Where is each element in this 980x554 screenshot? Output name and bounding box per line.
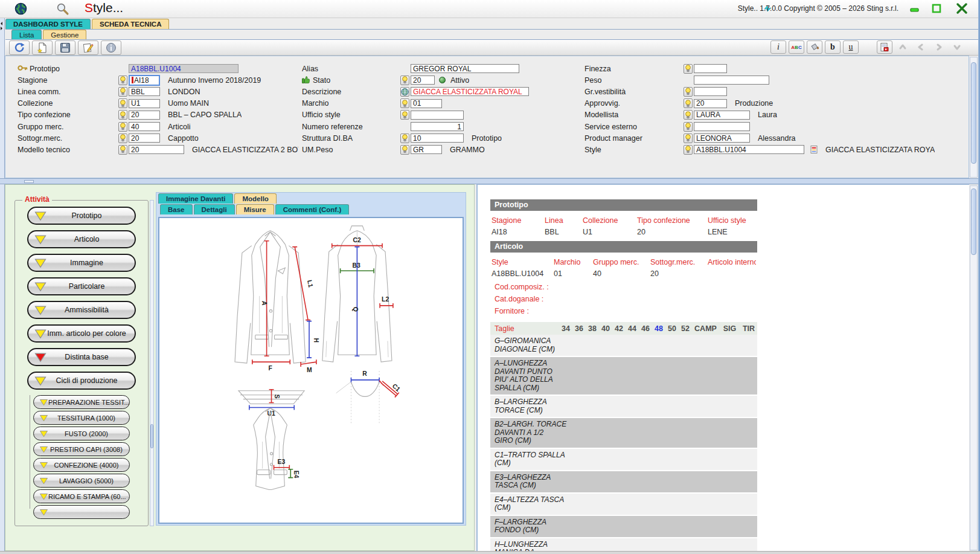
activity-sub-button-tessitura-1000[interactable]: TESSITURA (1000): [33, 411, 130, 425]
left-splitter[interactable]: [0, 18, 5, 551]
nav-next-button[interactable]: [931, 40, 947, 54]
fill-color-button[interactable]: [807, 40, 822, 54]
tab-modello[interactable]: Modello: [234, 193, 276, 204]
alias-field[interactable]: GREGOR ROYAL: [411, 64, 519, 73]
ufficio-style-field[interactable]: [411, 111, 464, 120]
activity-sub-button-item[interactable]: [33, 505, 130, 519]
lightbulb-lookup-icon[interactable]: [118, 76, 127, 85]
service-esterno-field[interactable]: [694, 122, 750, 131]
collezione-field[interactable]: U1: [129, 99, 160, 108]
lightbulb-lookup-icon[interactable]: [400, 134, 409, 143]
um-peso-field[interactable]: GR: [411, 145, 442, 154]
nav-down-button[interactable]: [949, 40, 965, 54]
nav-previous-button[interactable]: [913, 40, 929, 54]
size-column-44[interactable]: 44: [626, 324, 639, 333]
activity-sub-button-preparazione-tessit[interactable]: PREPARAZIONE TESSIT...: [33, 395, 130, 409]
size-column-42[interactable]: 42: [612, 324, 626, 333]
sottogr-merc-field[interactable]: 20: [129, 134, 160, 143]
lightbulb-lookup-icon[interactable]: [118, 98, 127, 108]
activity-button-cicli-di-produzione[interactable]: Cicli di produzione: [27, 372, 136, 390]
lightbulb-lookup-icon[interactable]: [118, 110, 127, 120]
marchio-field[interactable]: 01: [411, 99, 442, 108]
size-column-38[interactable]: 38: [586, 324, 599, 333]
italic-button[interactable]: i: [770, 40, 786, 54]
save-button[interactable]: [55, 40, 75, 55]
tab-dettagli[interactable]: Dettagli: [194, 204, 235, 214]
size-column-52[interactable]: 52: [679, 324, 692, 333]
size-column-tir[interactable]: TIR: [740, 324, 757, 333]
new-document-button[interactable]: [32, 40, 53, 55]
translate-globe-icon[interactable]: [400, 87, 409, 97]
lightbulb-lookup-icon[interactable]: [684, 87, 693, 97]
lightbulb-lookup-icon[interactable]: [684, 98, 693, 108]
stato-field[interactable]: 20: [411, 76, 435, 85]
tab-gestione[interactable]: Gestione: [43, 30, 86, 39]
search-icon[interactable]: [56, 2, 69, 18]
summary-scrollbar-thumb[interactable]: [971, 188, 976, 255]
tipo-confezione-field[interactable]: 20: [129, 111, 160, 120]
maximize-button[interactable]: [929, 2, 944, 16]
size-column-camp[interactable]: CAMP: [692, 324, 719, 333]
gruppo-merc-field[interactable]: 40: [129, 122, 160, 131]
activity-button-prototipo[interactable]: Prototipo: [27, 207, 136, 225]
tab-scheda-tecnica[interactable]: SCHEDA TECNICA: [92, 19, 169, 29]
activity-sub-button-prestiro-capi-3008[interactable]: PRESTIRO CAPI (3008): [33, 442, 130, 456]
size-column-46[interactable]: 46: [639, 324, 652, 333]
lightbulb-lookup-icon[interactable]: [400, 76, 409, 85]
modello-tecnico-field[interactable]: 20: [129, 145, 184, 154]
tab-commenti-conf[interactable]: Commenti (Conf.): [275, 204, 349, 214]
activity-button-articolo[interactable]: Articolo: [27, 230, 136, 248]
activity-sub-button-confezione-4000[interactable]: CONFEZIONE (4000): [33, 458, 130, 472]
horizontal-splitter[interactable]: [0, 178, 980, 184]
summary-scrollbar[interactable]: [970, 185, 978, 550]
lightbulb-lookup-icon[interactable]: [400, 98, 409, 108]
activity-sub-button-ricamo-e-stampa-60[interactable]: RICAMO E STAMPA (60...: [33, 489, 130, 503]
finezza-field[interactable]: [694, 64, 727, 73]
form-scrollbar[interactable]: [970, 57, 978, 178]
activity-button-distinta-base[interactable]: Distinta base: [27, 348, 136, 366]
activity-button-imm-articolo-per-colore[interactable]: Imm. articolo per colore: [27, 324, 136, 343]
size-column-40[interactable]: 40: [599, 324, 612, 333]
stagione-field[interactable]: AI18: [129, 75, 160, 86]
tab-dashboard-style[interactable]: DASHBOARD STYLE: [5, 19, 91, 29]
minimize-button[interactable]: [908, 2, 922, 16]
size-column-34[interactable]: 34: [559, 324, 572, 333]
tab-base[interactable]: Base: [160, 204, 193, 214]
approvvig-field[interactable]: 20: [694, 99, 727, 108]
lightbulb-lookup-icon[interactable]: [118, 87, 127, 97]
descrizione-field[interactable]: GIACCA ELASTICIZZATA ROYAL: [411, 87, 529, 96]
activity-scrollbar-thumb[interactable]: [150, 424, 153, 448]
tab-lista[interactable]: Lista: [11, 30, 42, 39]
activity-sub-button-fusto-2000[interactable]: FUSTO (2000): [33, 427, 130, 440]
struttura-di-ba-field[interactable]: 10: [411, 134, 464, 143]
activity-button-immagine[interactable]: Immagine: [27, 254, 136, 272]
size-column-50[interactable]: 50: [665, 324, 679, 333]
tab-misure[interactable]: Misure: [236, 204, 274, 214]
bold-button[interactable]: b: [825, 40, 841, 54]
lightbulb-lookup-icon[interactable]: [118, 145, 127, 155]
edit-button[interactable]: [78, 40, 98, 55]
gr-vestibilit-field[interactable]: [694, 87, 727, 96]
size-column-48[interactable]: 48: [652, 324, 665, 333]
underline-button[interactable]: u: [843, 40, 859, 54]
product-manager-field[interactable]: LEONORA: [694, 134, 750, 143]
lightbulb-lookup-icon[interactable]: [118, 122, 127, 132]
peso-field[interactable]: [694, 76, 769, 85]
lightbulb-lookup-icon[interactable]: [684, 64, 693, 74]
numero-referenze-field[interactable]: 1: [411, 122, 464, 131]
lightbulb-lookup-icon[interactable]: [400, 110, 409, 120]
activity-button-ammissibilit[interactable]: Ammissibilità: [27, 301, 136, 319]
activity-scrollbar[interactable]: [150, 200, 154, 526]
font-color-button[interactable]: ABC: [789, 40, 804, 54]
splitter-handle[interactable]: [24, 180, 34, 183]
lightbulb-lookup-icon[interactable]: [400, 145, 409, 155]
size-column-sig[interactable]: SIG: [719, 324, 740, 333]
refresh-button[interactable]: [9, 40, 30, 55]
lightbulb-lookup-icon[interactable]: [684, 145, 693, 155]
activity-button-particolare[interactable]: Particolare: [27, 277, 136, 295]
form-scrollbar-thumb[interactable]: [971, 62, 976, 164]
style-field[interactable]: A18BBL.U1004: [694, 145, 804, 154]
nav-up-button[interactable]: [895, 40, 911, 54]
info-button[interactable]: [101, 40, 121, 55]
lightbulb-lookup-icon[interactable]: [684, 134, 693, 143]
